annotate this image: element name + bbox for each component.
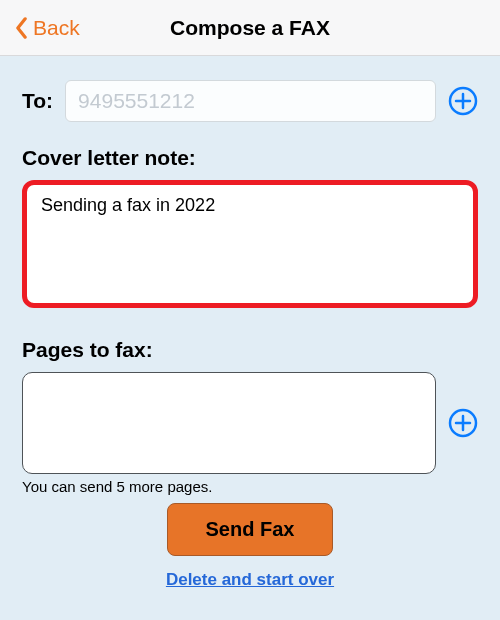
- pages-label: Pages to fax:: [22, 338, 478, 362]
- add-recipient-button[interactable]: [448, 86, 478, 116]
- plus-circle-icon: [448, 408, 478, 438]
- add-page-button[interactable]: [448, 408, 478, 438]
- delete-start-over-link[interactable]: Delete and start over: [166, 570, 334, 590]
- chevron-left-icon: [14, 17, 29, 39]
- header-bar: Back Compose a FAX: [0, 0, 500, 56]
- content-area: To: Cover letter note: Pages to fax: You…: [0, 56, 500, 590]
- to-label: To:: [22, 89, 53, 113]
- bottom-actions: Send Fax Delete and start over: [22, 503, 478, 590]
- send-fax-button[interactable]: Send Fax: [167, 503, 334, 556]
- plus-circle-icon: [448, 86, 478, 116]
- cover-label: Cover letter note:: [22, 146, 478, 170]
- back-button[interactable]: Back: [14, 16, 80, 40]
- pages-row: [22, 372, 478, 474]
- pages-container[interactable]: [22, 372, 436, 474]
- cover-letter-textarea[interactable]: [22, 180, 478, 308]
- to-row: To:: [22, 80, 478, 122]
- to-input[interactable]: [65, 80, 436, 122]
- back-label: Back: [33, 16, 80, 40]
- pages-hint: You can send 5 more pages.: [22, 478, 478, 495]
